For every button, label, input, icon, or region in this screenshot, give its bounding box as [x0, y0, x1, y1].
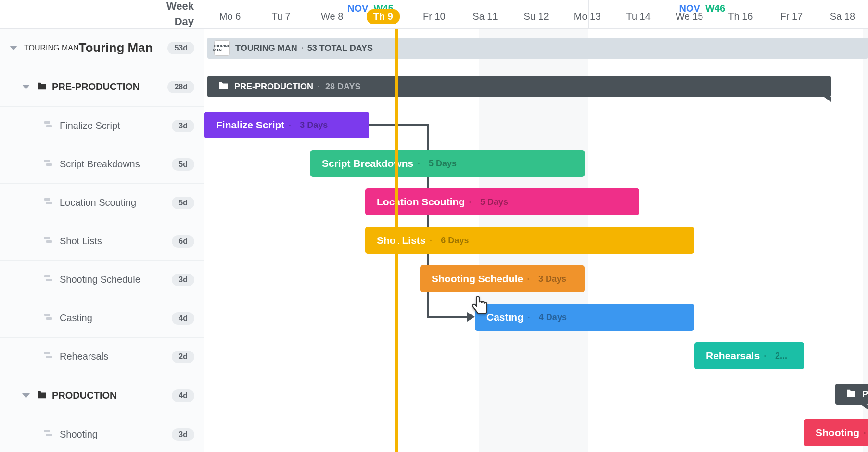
task-duration-badge: 5d: [172, 158, 194, 171]
section-bar-name: PRE-PRODUCTION: [234, 82, 313, 92]
task-bar-rehearsals[interactable]: Rehearsals·2...: [694, 342, 804, 369]
project-banner-total: 53 TOTAL DAYS: [307, 43, 373, 53]
project-banner-name: TOURING MAN: [235, 43, 297, 53]
task-bar-casting[interactable]: Casting·4 Days: [475, 304, 694, 331]
folder-icon: [37, 82, 47, 92]
day-header[interactable]: Mo 6: [204, 11, 255, 22]
task-bar-name: Rehearsals: [706, 350, 760, 362]
svg-rect-1: [46, 125, 52, 127]
chevron-down-icon[interactable]: [10, 46, 17, 50]
sidebar-task-label: Location Scouting: [60, 197, 136, 208]
task-bar-days: 3 Days: [538, 274, 566, 284]
day-header[interactable]: Fr 17: [766, 11, 817, 22]
task-bar-name: Script Breakdowns: [322, 158, 413, 169]
svg-rect-5: [46, 202, 52, 204]
sidebar-section-prod[interactable]: PRODUCTION4d: [0, 376, 204, 415]
svg-rect-10: [44, 314, 50, 316]
today-marker: [395, 29, 398, 452]
task-sidebar: TOURING MAN Touring Man 53d PRE-PRODUCTI…: [0, 29, 204, 452]
svg-rect-3: [46, 163, 52, 166]
svg-rect-4: [44, 198, 50, 201]
task-bar-schedule[interactable]: Shooting Schedule·3 Days: [420, 265, 585, 292]
task-icon: [44, 313, 54, 324]
task-bar-days: 6 Days: [441, 236, 469, 246]
project-name: Touring Man: [78, 40, 153, 55]
task-bar-name: Casting: [486, 312, 523, 323]
task-duration-badge: 6d: [172, 235, 194, 248]
day-header[interactable]: Fr 10: [408, 11, 460, 22]
section-bar-days: 28 DAYS: [325, 82, 360, 92]
section-bar-prod[interactable]: PRODUCTION·4: [835, 384, 868, 405]
task-bar-name: Location Scouting: [377, 196, 465, 208]
task-duration-badge: 4d: [172, 312, 194, 325]
sidebar-task-shotlists[interactable]: Shot Lists6d: [0, 222, 204, 261]
task-bar-shooting[interactable]: Shooting·3 Da: [804, 419, 868, 446]
sidebar-task-location[interactable]: Location Scouting5d: [0, 184, 204, 222]
cursor-pointer-icon: [470, 295, 490, 318]
task-bar-days: 3 Days: [300, 120, 328, 130]
day-header[interactable]: Th 9: [357, 9, 408, 24]
sidebar-task-rehearsals[interactable]: Rehearsals2d: [0, 338, 204, 376]
gantt-timeline[interactable]: TOURING MANTOURING MAN·53 TOTAL DAYSPRE-…: [204, 29, 868, 452]
svg-rect-6: [44, 237, 50, 239]
timeline-header: Week Day NOV W45NOV W46 Mo 6Tu 7We 8Th 9…: [0, 0, 868, 29]
day-header[interactable]: We 8: [306, 11, 357, 22]
sidebar-task-label: Finalize Script: [60, 120, 120, 131]
task-icon: [44, 429, 54, 440]
task-icon: [44, 274, 54, 285]
task-bar-days: 5 Days: [480, 197, 508, 207]
scale-label-week: Week: [166, 0, 194, 13]
sidebar-task-label: Casting: [60, 313, 92, 324]
day-header[interactable]: Th 16: [715, 11, 766, 22]
sidebar-project-row[interactable]: TOURING MAN Touring Man 53d: [0, 29, 204, 67]
svg-rect-13: [46, 356, 52, 358]
sidebar-task-shooting[interactable]: Shooting3d: [0, 415, 204, 452]
svg-rect-8: [44, 275, 50, 277]
sidebar-task-label: Shooting Schedule: [60, 274, 140, 285]
svg-rect-0: [44, 121, 50, 124]
folder-icon: [218, 81, 229, 92]
header-scale-labels: Week Day: [0, 0, 204, 28]
sidebar-task-casting[interactable]: Casting4d: [0, 299, 204, 338]
section-duration-badge: 4d: [172, 389, 194, 402]
svg-rect-7: [46, 240, 52, 243]
task-bar-shotlists[interactable]: Shot Lists·6 Days: [365, 227, 694, 254]
project-logo: TOURING MAN: [24, 44, 78, 52]
task-duration-badge: 2d: [172, 351, 194, 363]
svg-rect-14: [44, 430, 50, 432]
day-header[interactable]: Tu 14: [613, 11, 664, 22]
task-bar-finalize[interactable]: Finalize Script·3 Days: [204, 112, 369, 138]
scale-label-day: Day: [175, 15, 194, 28]
chevron-down-icon[interactable]: [22, 85, 30, 89]
day-header[interactable]: Su 12: [511, 11, 562, 22]
sidebar-section-preprod[interactable]: PRE-PRODUCTION28d: [0, 67, 204, 107]
week-divider: [588, 0, 589, 28]
chevron-down-icon[interactable]: [22, 393, 30, 398]
svg-rect-9: [46, 279, 52, 281]
task-icon: [44, 236, 54, 247]
task-icon: [44, 197, 54, 208]
day-header[interactable]: Sa 18: [817, 11, 868, 22]
svg-rect-11: [46, 317, 52, 320]
section-duration-badge: 28d: [167, 81, 194, 93]
task-duration-badge: 3d: [172, 428, 194, 441]
day-header[interactable]: Mo 13: [562, 11, 613, 22]
svg-rect-12: [44, 352, 50, 354]
task-bar-name: Shot Lists: [377, 235, 426, 246]
sidebar-task-finalize[interactable]: Finalize Script3d: [0, 107, 204, 145]
project-summary-bar[interactable]: TOURING MANTOURING MAN·53 TOTAL DAYS: [207, 38, 868, 59]
sidebar-task-breakdowns[interactable]: Script Breakdowns5d: [0, 145, 204, 184]
sidebar-task-label: Rehearsals: [60, 351, 108, 362]
task-icon: [44, 120, 54, 131]
task-bar-location[interactable]: Location Scouting·5 Days: [365, 188, 639, 215]
sidebar-task-schedule[interactable]: Shooting Schedule3d: [0, 261, 204, 299]
task-bar-breakdowns[interactable]: Script Breakdowns·5 Days: [310, 150, 585, 177]
task-duration-badge: 5d: [172, 197, 194, 209]
task-bar-name: Shooting Schedule: [432, 273, 523, 285]
day-header[interactable]: Tu 7: [255, 11, 306, 22]
day-header[interactable]: Sa 11: [460, 11, 511, 22]
section-bar-preprod[interactable]: PRE-PRODUCTION·28 DAYS: [207, 76, 831, 97]
day-header[interactable]: We 15: [664, 11, 715, 22]
sidebar-task-label: Shot Lists: [60, 236, 102, 247]
svg-rect-15: [46, 434, 52, 436]
